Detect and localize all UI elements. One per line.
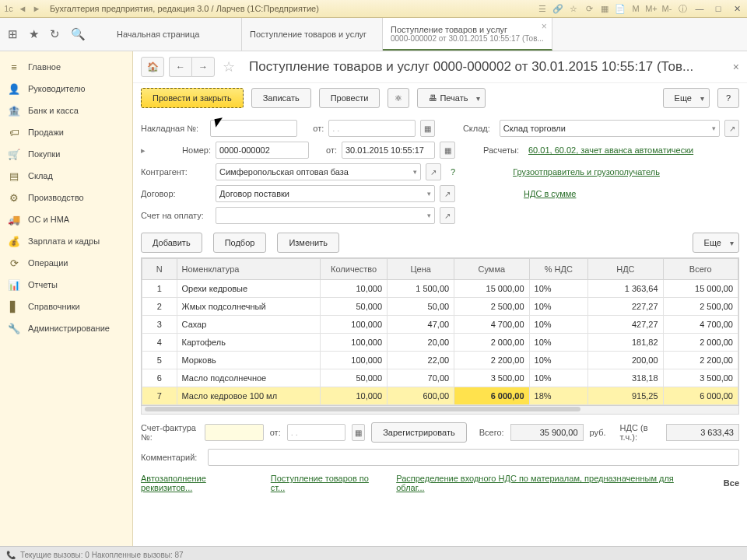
col-sum[interactable]: Сумма bbox=[454, 259, 529, 280]
sidebar-item-3[interactable]: 🏷Продажи bbox=[0, 121, 132, 143]
col-item[interactable]: Номенклатура bbox=[177, 259, 321, 280]
sidebar-item-0[interactable]: ≡Главное bbox=[0, 56, 132, 78]
calendar-icon[interactable]: ▦ bbox=[420, 120, 435, 137]
sidebar-item-1[interactable]: 👤Руководителю bbox=[0, 78, 132, 100]
invoice-number-input[interactable] bbox=[210, 120, 297, 137]
horizontal-scrollbar[interactable] bbox=[141, 406, 739, 415]
comment-input[interactable] bbox=[208, 449, 739, 466]
autofill-link[interactable]: Автозаполнение реквизитов... bbox=[141, 474, 257, 492]
back-button[interactable]: ← bbox=[169, 57, 191, 77]
sidebar-item-11[interactable]: ▋Справочники bbox=[0, 296, 132, 317]
tool-icon[interactable]: 📄 bbox=[615, 3, 626, 14]
warehouse-select[interactable]: Склад торговли bbox=[500, 120, 721, 137]
tab-strip: ⊞ ★ ↻ 🔍 Начальная страница Поступление т… bbox=[0, 18, 747, 51]
print-dropdown[interactable]: 🖶 Печать bbox=[417, 88, 486, 108]
col-vat[interactable]: НДС bbox=[588, 259, 663, 280]
contract-select[interactable]: Договор поставки bbox=[216, 185, 435, 202]
col-qty[interactable]: Количество bbox=[321, 259, 388, 280]
table-row[interactable]: 1Орехи кедровые10,0001 500,0015 000,0010… bbox=[142, 280, 738, 298]
shipper-link[interactable]: Грузоотправитель и грузополучатель bbox=[513, 167, 660, 177]
transactions-button[interactable]: ⚛ bbox=[388, 88, 409, 108]
calendar-icon[interactable]: ▦ bbox=[440, 142, 455, 159]
tool-icon[interactable]: M+ bbox=[646, 3, 657, 14]
favorite-icon[interactable]: ☆ bbox=[223, 58, 235, 75]
open-button[interactable]: ↗ bbox=[724, 120, 739, 137]
home-button[interactable]: 🏠 bbox=[141, 57, 164, 77]
col-vatp[interactable]: % НДС bbox=[529, 259, 588, 280]
help-icon[interactable]: ? bbox=[451, 167, 455, 177]
table-row[interactable]: 4Картофель100,00020,002 000,0010%181,822… bbox=[142, 334, 738, 352]
sidebar-item-5[interactable]: ▤Склад bbox=[0, 165, 132, 187]
sidebar-item-10[interactable]: 📊Отчеты bbox=[0, 274, 132, 296]
edit-button[interactable]: Изменить bbox=[277, 233, 339, 253]
sidebar-item-2[interactable]: 🏦Банк и касса bbox=[0, 100, 132, 121]
minimize-button[interactable]: — bbox=[693, 3, 707, 14]
tool-icon[interactable]: M bbox=[630, 3, 641, 14]
from-label-2: от: bbox=[314, 145, 337, 155]
col-price[interactable]: Цена bbox=[388, 259, 454, 280]
pick-button[interactable]: Подбор bbox=[213, 233, 267, 253]
post-button[interactable]: Провести bbox=[319, 88, 381, 108]
register-button[interactable]: Зарегистрировать bbox=[371, 422, 467, 443]
tab-close-icon[interactable]: × bbox=[542, 21, 547, 32]
table-row[interactable]: 7Масло кедровое 100 мл10,000600,006 000,… bbox=[142, 387, 738, 405]
open-button[interactable]: ↗ bbox=[440, 207, 455, 224]
sidebar-item-8[interactable]: 💰Зарплата и кадры bbox=[0, 230, 132, 252]
table-row[interactable]: 3Сахар100,00047,004 700,0010%427,274 700… bbox=[142, 316, 738, 334]
tool-icon[interactable]: 🔗 bbox=[552, 3, 563, 14]
vat-dist-link[interactable]: Распределение входного НДС по материалам… bbox=[396, 474, 696, 492]
maximize-button[interactable]: □ bbox=[711, 3, 725, 14]
help-button[interactable]: ? bbox=[717, 88, 739, 108]
invoice-date-input[interactable]: . . bbox=[328, 120, 416, 137]
sidebar-item-12[interactable]: 🔧Администрирование bbox=[0, 317, 132, 339]
counterparty-select[interactable]: Симферопольская оптовая база bbox=[216, 163, 421, 180]
more-dropdown[interactable]: Еще bbox=[663, 88, 710, 108]
all-link[interactable]: Все bbox=[724, 478, 739, 488]
sidebar-item-7[interactable]: 🚚ОС и НМА bbox=[0, 208, 132, 230]
calendar-icon[interactable]: ▦ bbox=[352, 424, 365, 441]
sidebar-item-9[interactable]: ⟳Операции bbox=[0, 252, 132, 274]
col-total[interactable]: Всего bbox=[663, 259, 738, 280]
table-row[interactable]: 2Жмых подсолнечный50,00050,002 500,0010%… bbox=[142, 298, 738, 316]
tool-icon[interactable]: ▦ bbox=[599, 3, 610, 14]
nav-back-icon[interactable]: ◄ bbox=[17, 3, 28, 14]
open-button[interactable]: ↗ bbox=[440, 185, 455, 202]
order-select[interactable] bbox=[216, 207, 435, 224]
star-icon[interactable]: ★ bbox=[29, 27, 39, 41]
apps-icon[interactable]: ⊞ bbox=[8, 27, 18, 41]
post-and-close-button[interactable]: Провести и закрыть bbox=[141, 88, 244, 108]
vat-value: 3 633,43 bbox=[666, 424, 739, 441]
sidebar-icon: 🏷 bbox=[8, 127, 20, 138]
number-input[interactable]: 0000-000002 bbox=[216, 142, 309, 159]
tool-icon[interactable]: ⟳ bbox=[584, 3, 594, 14]
tool-icon[interactable]: M- bbox=[661, 3, 672, 14]
sf-date-input[interactable]: . . bbox=[287, 424, 345, 441]
doc-close-button[interactable]: × bbox=[733, 61, 739, 73]
settlements-link[interactable]: 60.01, 60.02, зачет аванса автоматически bbox=[528, 145, 693, 155]
window-title: Бухгалтерия предприятия, редакция 3.0 / … bbox=[50, 4, 319, 13]
tab-doc2[interactable]: Поступление товаров и услуг 0000-000002 … bbox=[383, 18, 552, 51]
close-button[interactable]: ✕ bbox=[730, 3, 744, 14]
open-button[interactable]: ↗ bbox=[426, 163, 441, 180]
vat-mode-link[interactable]: НДС в сумме bbox=[524, 189, 576, 198]
history-icon[interactable]: ↻ bbox=[50, 27, 60, 41]
table-more-dropdown[interactable]: Еще bbox=[693, 233, 739, 253]
table-row[interactable]: 5Морковь100,00022,002 200,0010%200,002 2… bbox=[142, 352, 738, 369]
table-row[interactable]: 6Масло подсолнечное50,00070,003 500,0010… bbox=[142, 369, 738, 387]
tab-doc1[interactable]: Поступление товаров и услуг bbox=[242, 18, 383, 51]
forward-button[interactable]: → bbox=[191, 57, 215, 77]
add-button[interactable]: Добавить bbox=[141, 233, 202, 253]
sidebar-item-4[interactable]: 🛒Покупки bbox=[0, 143, 132, 165]
sidebar-item-6[interactable]: ⚙Производство bbox=[0, 187, 132, 208]
related-link[interactable]: Поступление товаров по ст... bbox=[271, 474, 382, 492]
help-icon[interactable]: ⓘ bbox=[677, 3, 688, 14]
search-icon[interactable]: 🔍 bbox=[71, 27, 86, 41]
tab-home[interactable]: Начальная страница bbox=[109, 18, 242, 51]
tool-icon[interactable]: ☰ bbox=[537, 3, 548, 14]
nav-fwd-icon[interactable]: ► bbox=[31, 3, 42, 14]
col-n[interactable]: N bbox=[142, 259, 177, 280]
date-input[interactable]: 30.01.2015 10:55:17 bbox=[342, 142, 435, 159]
sf-number-input[interactable] bbox=[205, 424, 263, 441]
save-button[interactable]: Записать bbox=[251, 88, 311, 108]
tool-icon[interactable]: ☆ bbox=[568, 3, 579, 14]
